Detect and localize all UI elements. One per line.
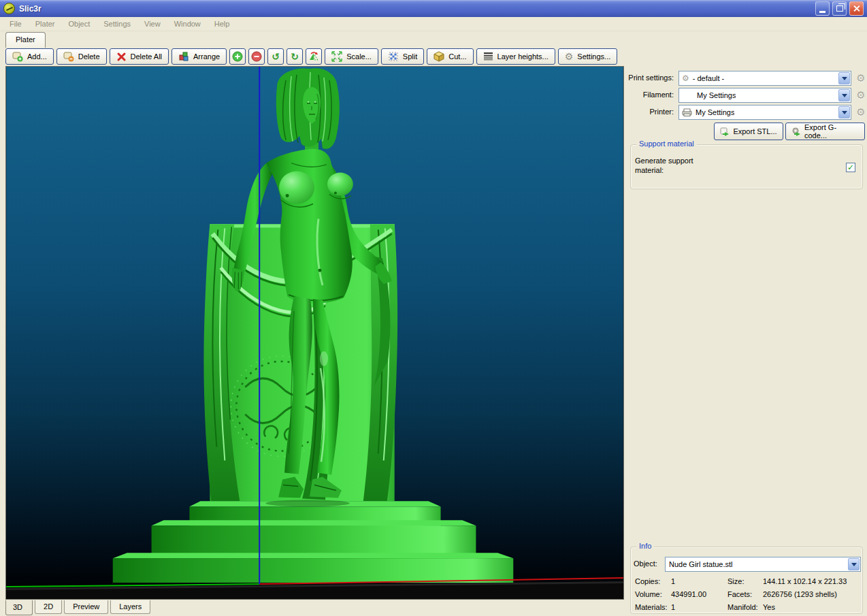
- object-select[interactable]: Nude Girl statue.stl: [665, 557, 861, 572]
- arrange-cubes-icon: [178, 51, 189, 62]
- split-dots-icon: [388, 51, 399, 62]
- tab-layers[interactable]: Layers: [110, 600, 150, 614]
- close-icon: [853, 5, 860, 12]
- facets-label: Facets:: [727, 590, 752, 598]
- add-label: Add...: [27, 52, 47, 61]
- 3d-viewport[interactable]: [5, 66, 624, 600]
- cut-button[interactable]: Cut...: [427, 48, 473, 65]
- app-icon: [3, 3, 15, 14]
- layer-heights-button[interactable]: Layer heights...: [476, 48, 555, 65]
- view-tab-bar: 3D 2D Preview Layers: [0, 600, 625, 616]
- manifold-value: Yes: [763, 603, 775, 611]
- print-settings-select[interactable]: ⚙ - default -: [678, 71, 851, 86]
- scale-arrows-icon: [331, 51, 342, 62]
- info-group: Info Object: Nude Girl statue.stl Copies…: [630, 547, 863, 614]
- scale-button[interactable]: Scale...: [325, 48, 378, 65]
- generate-support-checkbox[interactable]: [846, 163, 855, 172]
- scale-label: Scale...: [346, 52, 372, 61]
- menu-object[interactable]: Object: [61, 18, 97, 29]
- plater-canvas[interactable]: [6, 67, 623, 599]
- delete-label: Delete: [78, 52, 100, 61]
- filament-select[interactable]: My Settings: [678, 88, 851, 103]
- tab-plater[interactable]: Plater: [5, 32, 46, 48]
- printer-value: My Settings: [692, 108, 734, 116]
- facets-value: 2626756 (1293 shells): [763, 590, 837, 598]
- dropdown-arrow-icon[interactable]: [838, 89, 850, 101]
- support-material-group: Support material Generate support materi…: [630, 144, 863, 189]
- size-value: 144.11 x 102.14 x 221.33: [763, 577, 847, 585]
- object-value: Nude Girl statue.stl: [666, 560, 733, 568]
- cut-label: Cut...: [448, 52, 466, 61]
- volume-value: 434991.00: [671, 590, 706, 598]
- minimize-button[interactable]: [815, 1, 830, 16]
- menu-bar: File Plater Object Settings View Window …: [0, 17, 867, 31]
- red-cross-icon: [116, 52, 127, 62]
- export-stl-label: Export STL...: [733, 127, 776, 135]
- tab-3d[interactable]: 3D: [5, 600, 33, 615]
- add-button[interactable]: Add...: [5, 48, 54, 65]
- split-label: Split: [403, 52, 417, 61]
- menu-plater[interactable]: Plater: [29, 18, 62, 29]
- filament-label: Filament:: [626, 88, 674, 99]
- info-title: Info: [636, 542, 654, 550]
- volume-label: Volume:: [635, 590, 662, 598]
- increase-copies-button[interactable]: [229, 48, 246, 65]
- arrange-button[interactable]: Arrange: [171, 48, 227, 65]
- export-stl-button[interactable]: Export STL...: [714, 123, 783, 140]
- menu-settings[interactable]: Settings: [97, 18, 137, 29]
- restore-button[interactable]: [832, 1, 847, 16]
- toolbar: Add... Delete Delete All Arrange ↺ ↻ Sca…: [5, 48, 617, 65]
- decrease-copies-button[interactable]: [248, 48, 265, 65]
- copies-label: Copies:: [635, 577, 660, 585]
- minus-circle-icon: [251, 51, 262, 62]
- split-button[interactable]: Split: [381, 48, 424, 65]
- export-gcode-button[interactable]: Export G-code...: [785, 123, 865, 140]
- materials-value: 1: [671, 603, 675, 611]
- box-plus-icon: [12, 51, 23, 62]
- close-button[interactable]: [849, 1, 864, 16]
- mirror-icon: [308, 51, 319, 62]
- delete-all-label: Delete All: [131, 52, 162, 61]
- tab-preview[interactable]: Preview: [64, 600, 108, 614]
- manifold-label: Manifold:: [727, 603, 758, 611]
- filament-gear-button[interactable]: ⚙: [855, 89, 867, 101]
- menu-view[interactable]: View: [137, 18, 167, 29]
- window-title: Slic3r: [19, 4, 813, 14]
- dropdown-arrow-icon[interactable]: [848, 558, 860, 570]
- print-settings-gear-button[interactable]: ⚙: [855, 72, 867, 84]
- delete-all-button[interactable]: Delete All: [110, 48, 169, 65]
- printer-select[interactable]: My Settings: [678, 105, 851, 120]
- export-gcode-icon: [791, 127, 802, 137]
- menu-window[interactable]: Window: [167, 18, 208, 29]
- tab-2d[interactable]: 2D: [35, 600, 62, 614]
- arrange-label: Arrange: [193, 52, 220, 61]
- copies-value: 1: [671, 577, 675, 585]
- settings-panel: Print settings: ⚙ - default - ⚙ Filament…: [626, 66, 867, 616]
- layer-heights-label: Layer heights...: [497, 52, 549, 61]
- cut-box-icon: [434, 51, 444, 62]
- menu-file[interactable]: File: [3, 18, 29, 29]
- printer-gear-button[interactable]: ⚙: [855, 106, 867, 118]
- rotate-cw-icon: ↻: [291, 52, 299, 61]
- export-gcode-label: Export G-code...: [804, 123, 859, 140]
- rotate-cw-button[interactable]: ↻: [287, 48, 303, 65]
- materials-label: Materials:: [635, 603, 668, 611]
- print-settings-value: - default -: [689, 74, 724, 82]
- rotate-ccw-button[interactable]: ↺: [267, 48, 284, 65]
- filament-value: My Settings: [679, 91, 736, 99]
- export-stl-icon: [720, 127, 730, 137]
- dropdown-arrow-icon[interactable]: [838, 106, 850, 118]
- settings-label: Settings...: [577, 52, 610, 61]
- gear-icon: ⚙: [682, 74, 689, 83]
- generate-support-label: Generate support material:: [635, 156, 717, 175]
- dropdown-arrow-icon[interactable]: [838, 72, 850, 84]
- size-label: Size:: [727, 577, 744, 585]
- settings-button[interactable]: ⚙ Settings...: [558, 48, 617, 65]
- printer-label: Printer:: [626, 105, 674, 116]
- menu-help[interactable]: Help: [208, 18, 237, 29]
- mirror-button[interactable]: [306, 48, 322, 65]
- gear-icon: ⚙: [565, 51, 574, 62]
- object-label: Object:: [634, 560, 657, 568]
- title-bar: Slic3r: [0, 0, 867, 17]
- delete-button[interactable]: Delete: [56, 48, 107, 65]
